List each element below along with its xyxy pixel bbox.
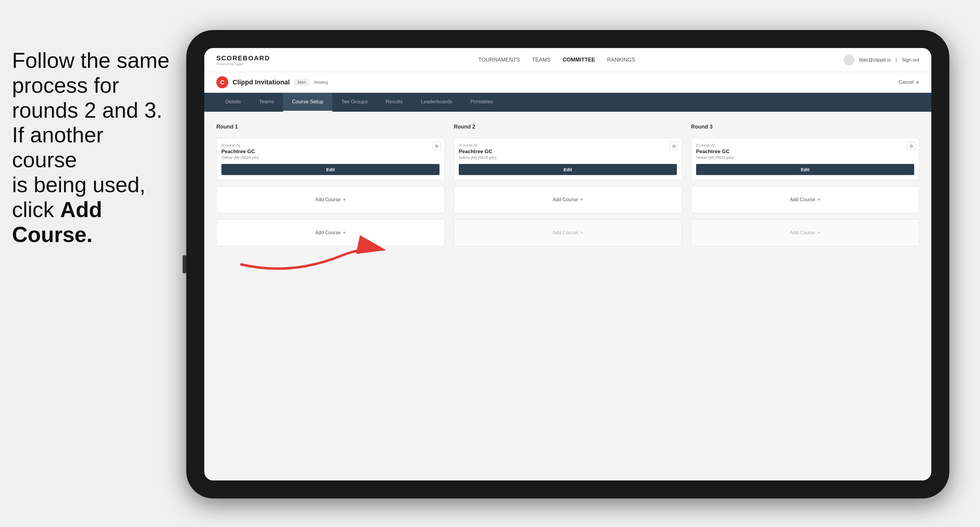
tournament-badge: Men xyxy=(294,79,309,86)
add-icon-3: + xyxy=(581,197,583,202)
round-3-course-name: Peachtree GC xyxy=(696,149,914,155)
cancel-label: Cancel xyxy=(899,79,913,85)
tab-course-setup[interactable]: Course Setup xyxy=(283,93,332,112)
main-content: Round 1 ⊗ (Course A) Peachtree GC Yellow… xyxy=(204,112,931,481)
round-3-delete-icon[interactable]: ⊗ xyxy=(907,142,915,150)
tablet-side-button xyxy=(183,255,186,273)
instruction-line5: is being used, xyxy=(12,172,174,197)
round-2-delete-icon[interactable]: ⊗ xyxy=(670,142,678,150)
round-1-edit-button[interactable]: Edit xyxy=(221,164,439,175)
round-2-title: Round 2 xyxy=(453,124,682,130)
tab-teams[interactable]: Teams xyxy=(250,93,283,112)
tournament-logo-icon: C xyxy=(216,76,228,88)
round-2-course-details: Yellow (M) (6629 yds) xyxy=(459,155,677,160)
instruction-line1: Follow the same xyxy=(12,48,174,73)
round-2-course-label: (Course A) xyxy=(459,143,677,148)
tab-bar: Details Teams Course Setup Tee Groups Re… xyxy=(204,93,931,112)
round-3-edit-button[interactable]: Edit xyxy=(696,164,914,175)
tab-printables[interactable]: Printables xyxy=(461,93,502,112)
logo-block: SCOREBOARD Powered by clippd xyxy=(216,54,270,66)
rounds-grid: Round 1 ⊗ (Course A) Peachtree GC Yellow… xyxy=(216,124,919,246)
tablet-device: SCOREBOARD Powered by clippd TOURNAMENTS… xyxy=(186,30,949,498)
tablet-screen: SCOREBOARD Powered by clippd TOURNAMENTS… xyxy=(204,48,931,481)
scoreboard-logo-text: SCOREBOARD xyxy=(216,54,270,62)
round-1-add-course-2[interactable]: Add Course + xyxy=(216,219,445,246)
instruction-line6: click Add Course. xyxy=(12,197,174,247)
powered-by-text: Powered by clippd xyxy=(216,62,270,66)
instruction-line2: process for xyxy=(12,73,174,98)
round-2-edit-button[interactable]: Edit xyxy=(459,164,677,175)
round-1-delete-icon[interactable]: ⊗ xyxy=(432,142,441,150)
round-1-course-label: (Course A) xyxy=(221,143,439,148)
round-2-course-card: ⊗ (Course A) Peachtree GC Yellow (M) (66… xyxy=(453,138,682,180)
instruction-line6-plain: click xyxy=(12,198,60,222)
round-2-column: Round 2 ⊗ (Course A) Peachtree GC Yellow… xyxy=(453,124,682,246)
round-1-course-details: Yellow (M) (6629 yds) xyxy=(221,155,439,160)
round-2-add-course-2-text: Add Course + xyxy=(552,230,583,235)
round-1-add-course-1-text: Add Course + xyxy=(315,197,346,202)
nav-rankings[interactable]: RANKINGS xyxy=(607,57,635,63)
round-1-title: Round 1 xyxy=(216,124,445,130)
top-navigation: SCOREBOARD Powered by clippd TOURNAMENTS… xyxy=(204,48,931,72)
round-2-course-name: Peachtree GC xyxy=(459,149,677,155)
sign-out-link[interactable]: Sign out xyxy=(902,57,919,63)
tournament-name: Clippd Invitational xyxy=(232,78,290,86)
round-3-title: Round 3 xyxy=(691,124,919,130)
instruction-line3: rounds 2 and 3. xyxy=(12,98,174,123)
logo-area: SCOREBOARD Powered by clippd xyxy=(216,54,270,66)
round-3-add-course-2-text: Add Course + xyxy=(790,230,821,235)
tab-tee-groups[interactable]: Tee Groups xyxy=(332,93,377,112)
cancel-icon: ✕ xyxy=(915,79,919,85)
round-3-add-course-2: Add Course + xyxy=(691,219,919,246)
round-2-add-course-1[interactable]: Add Course + xyxy=(453,186,682,213)
round-3-add-course-1[interactable]: Add Course + xyxy=(691,186,919,213)
user-avatar xyxy=(843,55,854,65)
nav-committee[interactable]: COMMITTEE xyxy=(563,57,595,63)
round-1-course-card: ⊗ (Course A) Peachtree GC Yellow (M) (66… xyxy=(216,138,445,180)
nav-teams[interactable]: TEAMS xyxy=(532,57,551,63)
round-1-add-course-1[interactable]: Add Course + xyxy=(216,186,445,213)
round-1-column: Round 1 ⊗ (Course A) Peachtree GC Yellow… xyxy=(216,124,445,246)
sub-header: C Clippd Invitational Men Hosting Cancel… xyxy=(204,72,931,93)
add-icon-5: + xyxy=(818,197,821,202)
hosting-badge: Hosting xyxy=(313,80,328,85)
round-3-add-course-1-text: Add Course + xyxy=(790,197,821,202)
add-icon-4: + xyxy=(581,230,583,235)
round-2-add-course-1-text: Add Course + xyxy=(552,197,583,202)
tab-details[interactable]: Details xyxy=(216,93,250,112)
round-1-add-course-2-text: Add Course + xyxy=(315,230,346,235)
round-3-course-details: Yellow (M) (6629 yds) xyxy=(696,155,914,160)
tab-results[interactable]: Results xyxy=(377,93,412,112)
nav-links: TOURNAMENTS TEAMS COMMITTEE RANKINGS xyxy=(478,57,635,63)
add-icon-6: + xyxy=(818,230,821,235)
round-3-course-label: (Course A) xyxy=(696,143,914,148)
instruction-line4: If another course xyxy=(12,122,174,172)
add-icon-1: + xyxy=(343,197,346,202)
round-2-add-course-2: Add Course + xyxy=(453,219,682,246)
instruction-panel: Follow the same process for rounds 2 and… xyxy=(0,48,186,247)
cancel-button[interactable]: Cancel ✕ xyxy=(899,79,919,85)
round-1-course-name: Peachtree GC xyxy=(221,149,439,155)
nav-tournaments[interactable]: TOURNAMENTS xyxy=(478,57,520,63)
sub-header-left: C Clippd Invitational Men Hosting xyxy=(216,76,328,88)
tab-leaderboards[interactable]: Leaderboards xyxy=(412,93,461,112)
user-area: blair@clippd.io | Sign out xyxy=(843,55,919,65)
round-3-column: Round 3 ⊗ (Course A) Peachtree GC Yellow… xyxy=(691,124,919,246)
user-separator: | xyxy=(896,57,897,63)
round-3-course-card: ⊗ (Course A) Peachtree GC Yellow (M) (66… xyxy=(691,138,919,180)
user-email: blair@clippd.io xyxy=(859,57,891,63)
add-icon-2: + xyxy=(343,230,346,235)
